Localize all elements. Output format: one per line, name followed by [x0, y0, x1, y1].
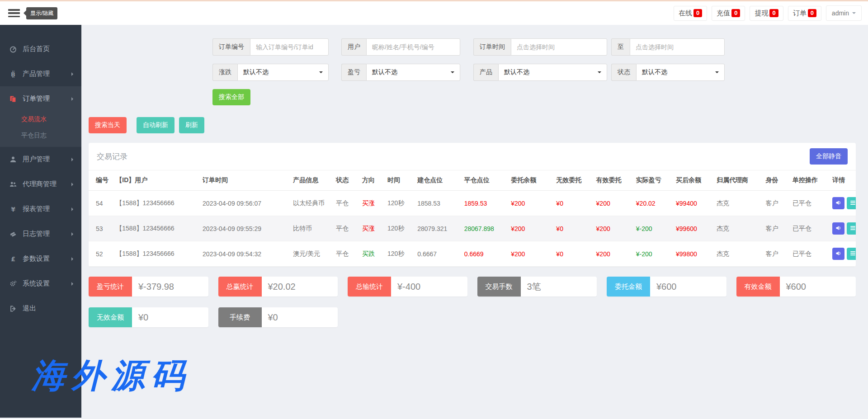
chevron-down-icon [852, 12, 856, 16]
sidebar-item-dashboard[interactable]: 后台首页 [0, 37, 81, 61]
filter-status-label: 状态 [611, 64, 636, 81]
pound-icon: £ [9, 255, 17, 263]
table-cell: 0.6667 [415, 241, 462, 267]
filter-user-label: 用户 [341, 38, 366, 56]
sidebar-item-reports[interactable]: ¥ 报表管理 [0, 197, 81, 221]
order-count-button[interactable]: 订单 0 [788, 6, 821, 21]
table-cell: 买涨 [359, 191, 385, 216]
svg-text:B: B [11, 71, 15, 77]
stat-box: 总输统计¥-400 [348, 277, 467, 297]
online-count-button[interactable]: 在线 0 [674, 6, 707, 21]
table-cell: 澳元/美元 [290, 241, 333, 267]
sidebar-item-params[interactable]: £ 参数设置 [0, 246, 81, 271]
mute-row-button[interactable] [832, 197, 844, 209]
detail-row-button[interactable] [847, 248, 856, 260]
search-all-button[interactable]: 搜索全部 [212, 89, 250, 105]
updown-select[interactable]: 默认不选 [237, 64, 329, 81]
table-cell: 客户 [763, 241, 790, 267]
chevron-right-icon [71, 72, 73, 76]
column-header: 时间 [385, 170, 415, 191]
stat-box: 交易手数3笔 [477, 277, 597, 297]
online-count-badge: 0 [693, 9, 702, 17]
detail-row-button[interactable] [847, 197, 856, 209]
stat-label: 有效金额 [736, 277, 780, 297]
order-no-input[interactable] [250, 38, 329, 56]
column-header: 有效委托 [594, 170, 633, 191]
sidebar-subitem-close-log[interactable]: 平仓日志 [0, 127, 81, 147]
admin-dropdown[interactable]: admin [826, 5, 862, 21]
status-select[interactable]: 默认不选 [636, 64, 725, 81]
logout-icon [9, 305, 17, 312]
detail-row-button[interactable] [847, 222, 856, 235]
sidebar-item-products[interactable]: B 产品管理 [0, 61, 81, 86]
table-cell: 2023-04-09 09:56:07 [200, 191, 290, 216]
stat-box: 总赢统计¥20.02 [218, 277, 338, 297]
mute-row-button[interactable] [832, 248, 844, 260]
refresh-button[interactable]: 刷新 [179, 117, 204, 133]
mute-all-button[interactable]: 全部静音 [810, 148, 848, 165]
auto-refresh-button[interactable]: 自动刷新 [137, 117, 175, 133]
sidebar-item-orders[interactable]: 订单管理 [0, 86, 81, 111]
stats-row-1: 盈亏统计¥-379.98总赢统计¥20.02总输统计¥-400交易手数3笔委托金… [89, 277, 856, 297]
table-body: 54【1588】1234566662023-04-09 09:56:07以太经典… [89, 191, 856, 267]
sidebar-subitem-trade-flow[interactable]: 交易流水 [0, 111, 81, 127]
sidebar-item-system[interactable]: 系统设置 [0, 271, 81, 296]
stat-label: 盈亏统计 [89, 277, 132, 297]
sidebar-item-users[interactable]: 用户管理 [0, 147, 81, 172]
table-cell: 28067.898 [462, 216, 509, 241]
filter-section: 订单编号 用户 订单时间 至 涨跌 [212, 38, 856, 105]
time-to-input[interactable] [630, 38, 725, 56]
chevron-right-icon [71, 282, 73, 286]
filter-order-time: 订单时间 [473, 38, 607, 56]
filter-status: 状态 默认不选 [611, 64, 725, 81]
stat-value: ¥600 [780, 277, 856, 297]
sidebar-item-logs[interactable]: 日志管理 [0, 221, 81, 246]
filter-profit: 盈亏 默认不选 [341, 64, 460, 81]
table-cell: 客户 [763, 191, 790, 216]
bitcoin-icon: B [9, 71, 17, 78]
chevron-right-icon [71, 183, 73, 186]
recharge-count-badge: 0 [731, 9, 740, 17]
table-cell: ¥-200 [633, 241, 673, 267]
speaker-icon [835, 199, 842, 207]
stat-label: 委托金额 [607, 277, 650, 297]
gear-icon [9, 280, 17, 287]
table-cell: ¥0 [553, 216, 593, 241]
table-row: 52【1588】1234566662023-04-09 09:54:32澳元/美… [89, 241, 856, 267]
select-caret-icon [598, 71, 601, 75]
column-header: 归属代理商 [714, 170, 763, 191]
sidebar-item-label: 用户管理 [23, 155, 50, 164]
profit-select[interactable]: 默认不选 [366, 64, 460, 81]
filter-profit-label: 盈亏 [341, 64, 366, 81]
recharge-count-button[interactable]: 充值 0 [712, 6, 745, 21]
table-cell: 已平仓 [790, 216, 830, 241]
filter-order-no: 订单编号 [212, 38, 329, 56]
stat-value: ¥-379.98 [132, 277, 208, 297]
user-icon [9, 156, 17, 163]
menu-toggle-icon[interactable] [8, 9, 20, 17]
table-cell: 买跌 [359, 241, 385, 267]
table-cell: 120秒 [385, 216, 415, 241]
product-select[interactable]: 默认不选 [498, 64, 607, 81]
column-header: 方向 [359, 170, 385, 191]
withdraw-count-button[interactable]: 提现 0 [750, 6, 783, 21]
show-hide-button[interactable]: 显示/隐藏 [26, 7, 57, 19]
chevron-right-icon [71, 158, 73, 161]
search-today-button[interactable]: 搜索当天 [89, 117, 127, 133]
column-header: 单控操作 [790, 170, 830, 191]
column-header: 委托余额 [508, 170, 553, 191]
stat-label: 总赢统计 [218, 277, 262, 297]
column-header: 订单时间 [200, 170, 290, 191]
profit-select-value: 默认不选 [372, 68, 397, 76]
chevron-right-icon [71, 232, 73, 236]
svg-text:£: £ [11, 255, 15, 263]
mute-row-button[interactable] [832, 222, 844, 235]
stat-value: 3笔 [521, 277, 597, 297]
table-cell: 杰克 [714, 191, 763, 216]
sidebar-item-agents[interactable]: 代理商管理 [0, 172, 81, 197]
user-search-input[interactable] [366, 38, 460, 56]
sidebar-item-label: 后台首页 [23, 45, 50, 53]
chevron-right-icon [71, 257, 73, 261]
time-from-input[interactable] [511, 38, 607, 56]
sidebar-item-logout[interactable]: 退出 [0, 296, 81, 321]
